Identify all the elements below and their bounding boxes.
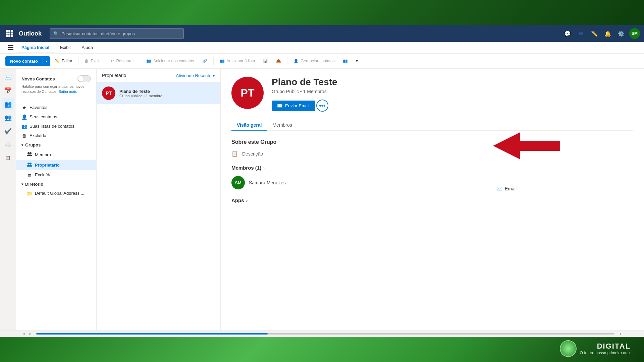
excluir-btn[interactable]: 🗑 Excluir <box>81 57 106 65</box>
restaurar-btn[interactable]: ↩ Restaurar <box>107 57 137 65</box>
contact-item-plano-teste[interactable]: PT Plano de Teste Grupo público • 1 memb… <box>97 82 220 104</box>
settings-icon[interactable]: ⚙️ <box>616 28 627 39</box>
email-send-icon: ✉️ <box>277 103 282 108</box>
chat-icon[interactable]: 💬 <box>562 28 573 39</box>
excluida-grupos-label: Excluída <box>35 172 52 177</box>
novo-contato-btn[interactable]: Novo contato ▾ <box>5 56 50 66</box>
notifications-icon[interactable]: 🔔 <box>602 28 613 39</box>
icon-btn-3[interactable]: 📥 <box>273 57 284 65</box>
delete-icon: 🗑 <box>85 59 89 63</box>
separator-2 <box>140 57 140 65</box>
novo-contato-dropdown[interactable]: ▾ <box>43 57 50 65</box>
edit-icon: ✏️ <box>55 59 60 63</box>
nav-mail[interactable]: ✉️ <box>2 71 14 83</box>
membro-icon <box>27 152 32 158</box>
apps-chevron: › <box>246 197 248 203</box>
topbar-right: 💬 W ✏️ 🔔 ⚙️ SM <box>562 28 640 39</box>
feedback-icon[interactable]: ✏️ <box>589 28 600 39</box>
detail-name: Plano de Teste <box>272 77 633 87</box>
contact-info-pt: Plano de Teste Grupo público • 1 membro <box>119 89 162 98</box>
folder-seus-contatos[interactable]: 👤 Seus contatos <box>16 112 96 122</box>
recent-activity-btn[interactable]: Atividade Recente ▾ <box>176 73 215 78</box>
email-field-right: ✉️ Email <box>496 186 517 191</box>
separator-3 <box>213 57 214 65</box>
email-label-right: Email <box>505 186 517 191</box>
contact-list-panel: Proprietário Atividade Recente ▾ PT Plan… <box>97 69 221 330</box>
tab-pagina-inicial[interactable]: Página Inicial <box>16 42 55 53</box>
folder-proprietario[interactable]: Proprietário <box>16 160 96 170</box>
detail-avatar: PT <box>231 77 264 109</box>
scroll-end-btn[interactable]: ▸ <box>617 331 624 337</box>
sobre-grupo-title: Sobre este Grupo <box>231 139 633 145</box>
manage-icon: 👤 <box>293 59 299 63</box>
detail-info: Plano de Teste Grupo Public • 1 Membros … <box>272 77 633 112</box>
search-box[interactable]: 🔍 Pesquisar contatos, diretório e grupos <box>50 28 184 39</box>
novos-contatos-toggle[interactable] <box>77 75 91 82</box>
word-icon[interactable]: W <box>576 28 586 39</box>
scroll-left-btn[interactable]: ◂ <box>20 331 27 337</box>
app-container: Outlook 🔍 Pesquisar contatos, diretório … <box>0 25 644 337</box>
nav-groups[interactable]: 👥 <box>2 112 14 124</box>
restaurar-label: Restaurar <box>116 59 134 63</box>
folder-favoritos[interactable]: ★ Favoritos <box>16 103 96 112</box>
separator-4 <box>287 57 287 65</box>
nav-onedrive[interactable]: ☁️ <box>2 138 14 150</box>
grid-dot-1 <box>6 30 8 32</box>
ribbon-commands: Novo contato ▾ ✏️ Editar 🗑 Excluir ↩ Res… <box>0 54 644 68</box>
gerenciar-contatos-btn[interactable]: 👤 Gerenciar contatos <box>290 57 338 65</box>
scrollbar-track[interactable] <box>36 333 614 335</box>
hamburger-line-3 <box>8 49 13 50</box>
hamburger-menu[interactable] <box>8 45 13 50</box>
adicionar-lista-btn[interactable]: 👥 Adicionar à lista <box>216 57 259 65</box>
nav-calendar[interactable]: 📅 <box>2 85 14 97</box>
adicionar-contatos-btn[interactable]: 👥 Adicionar aos contatos <box>143 57 197 65</box>
tab-exibir[interactable]: Exibir <box>55 42 76 53</box>
hamburger-line-2 <box>8 47 13 48</box>
scroll-right-btn[interactable]: ▸ <box>27 331 34 337</box>
tab-ajuda[interactable]: Ajuda <box>76 42 98 53</box>
members-header[interactable]: Membros (1) › <box>231 165 633 171</box>
apps-header[interactable]: Apps › <box>231 197 633 203</box>
user-avatar[interactable]: SM <box>629 28 640 39</box>
grupos-label: Grupos <box>25 142 41 147</box>
enviar-email-btn[interactable]: ✉️ Enviar Email <box>272 101 315 111</box>
nav-tasks[interactable]: ✔️ <box>2 125 14 137</box>
contact-list-header: Proprietário Atividade Recente ▾ <box>97 69 220 82</box>
icon-btn-1[interactable]: 🔗 <box>199 57 211 65</box>
restore-icon: ↩ <box>111 59 114 63</box>
editar-btn[interactable]: ✏️ Editar <box>51 57 75 65</box>
contact-name-pt: Plano de Teste <box>119 89 162 94</box>
scroll-area: ◂ ▸ ▸ <box>0 330 644 337</box>
icon-btn-2[interactable]: 📊 <box>260 57 271 65</box>
icon-btn-4[interactable]: 👥 <box>339 57 351 65</box>
novo-contato-label[interactable]: Novo contato <box>5 56 43 66</box>
folder-listas[interactable]: 👥 Suas listas de contatos <box>16 122 96 131</box>
topbar: Outlook 🔍 Pesquisar contatos, diretório … <box>0 25 644 42</box>
grupos-section[interactable]: ▾ Grupos <box>16 140 96 149</box>
adicionar-lista-label: Adicionar à lista <box>227 59 255 63</box>
members-chevron: › <box>263 166 265 170</box>
app-launcher-button[interactable] <box>4 28 15 39</box>
folder-global-address[interactable]: 📁 Default Global Address ... <box>16 189 96 198</box>
adicionar-contatos-label: Adicionar aos contatos <box>153 59 194 63</box>
tab-membros[interactable]: Membros <box>267 120 297 131</box>
branding-logo: DIGITAL O futuro passa primeiro aqui <box>560 340 631 357</box>
detail-tabs: Visão geral Membros <box>231 120 633 131</box>
nav-contacts[interactable]: 👥 <box>2 98 14 110</box>
expand-btn[interactable]: ▾ <box>353 57 361 65</box>
tab-visao-geral[interactable]: Visão geral <box>231 120 267 131</box>
grid-dot-5 <box>8 33 10 35</box>
folder-excluida-top[interactable]: 🗑 Excluída <box>16 131 96 140</box>
outlook-logo: Outlook <box>19 30 42 37</box>
nav-apps[interactable]: ⊞ <box>2 152 14 164</box>
diretorio-section[interactable]: ▾ Diretório <box>16 180 96 189</box>
seus-contatos-icon: 👤 <box>21 114 27 120</box>
folder-membro[interactable]: Membro <box>16 149 96 160</box>
favoritos-label: Favoritos <box>30 105 47 110</box>
saiba-mais-link[interactable]: Saiba mais <box>59 89 77 94</box>
more-actions-btn[interactable]: ••• <box>316 100 328 112</box>
proprietario-icon <box>27 162 32 168</box>
folder-excluida-grupos[interactable]: 🗑 Excluída <box>16 170 96 180</box>
svg-point-3 <box>30 163 32 165</box>
recent-activity-chevron: ▾ <box>213 73 215 78</box>
